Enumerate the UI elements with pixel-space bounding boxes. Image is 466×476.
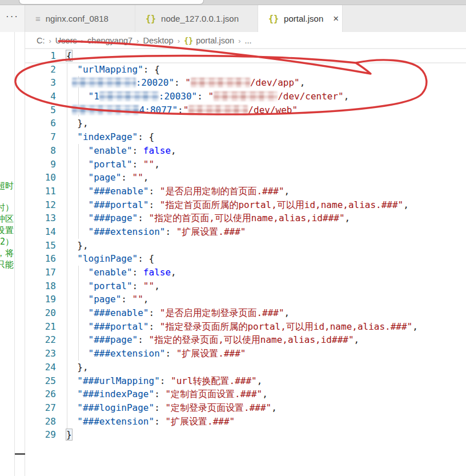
list-icon: ≡: [35, 14, 41, 23]
line-number: 16: [25, 252, 66, 266]
comment-fragment: 接超时: [0, 180, 14, 191]
code-line-29[interactable]: 29}: [25, 428, 466, 442]
code-line-1[interactable]: 1{: [25, 49, 466, 63]
code-text: "portal": "",: [66, 158, 466, 171]
comment-fragment: 缓冲区: [0, 213, 14, 225]
code-line-19[interactable]: 19 "page": "",: [25, 293, 466, 306]
code-line-13[interactable]: 13 "###page": "指定的首页面,可以使用name,alias,id#…: [25, 211, 466, 225]
breadcrumb-item-file[interactable]: portal.json: [196, 36, 234, 45]
line-number: 14: [25, 225, 66, 239]
code-line-16[interactable]: 16 "loginPage": {: [25, 252, 466, 266]
code-line-18[interactable]: 18 "portal": "",: [25, 279, 466, 293]
line-number: 8: [25, 144, 66, 158]
code-line-26[interactable]: 26 "###indexPage": "定制首页面设置.###",: [25, 387, 466, 401]
redacted-address: [99, 91, 159, 101]
code-text: "###extension": "扩展设置.###": [66, 415, 466, 429]
code-text: "urlMapping": {: [66, 63, 466, 77]
code-line-22[interactable]: 22 "###page": "指定的登录页面,可以使用name,alias,id…: [25, 333, 466, 347]
code-line-21[interactable]: 21 "###portal": "指定登录页面所属的portal,可以用id,n…: [25, 320, 466, 334]
code-line-28[interactable]: 28 "###extension": "扩展设置.###": [25, 415, 466, 429]
code-line-15[interactable]: 15 },: [25, 239, 466, 253]
code-text: },: [66, 361, 466, 374]
tab-node_127.0.0.1.json[interactable]: {}node_127.0.0.1.json: [135, 5, 258, 32]
breadcrumb-item-chengyang7[interactable]: chengyang7: [87, 36, 132, 45]
line-number: 5: [25, 103, 66, 117]
code-line-10[interactable]: 10 "page": "",: [25, 171, 466, 185]
scrollbar-thumb[interactable]: [15, 453, 25, 455]
tab-portal.json[interactable]: {}portal.json×: [258, 5, 343, 32]
line-number: 27: [25, 401, 66, 415]
code-line-5[interactable]: 5 4:8077":"/dev/web": [25, 103, 466, 117]
code-line-24[interactable]: 24 },: [25, 361, 466, 374]
chevron-right-icon: ›: [238, 37, 240, 45]
code-text: "###loginPage": "定制登录页面设置.###",: [66, 401, 466, 415]
code-line-11[interactable]: 11 "###enable": "是否启用定制的首页面.###",: [25, 185, 466, 198]
code-text: "###enable": "是否启用定制登录页面.###",: [66, 306, 466, 320]
code-line-12[interactable]: 12 "###portal": "指定首页面所属的portal,可以用id,na…: [25, 198, 466, 212]
code-line-23[interactable]: 23 "###extension": "扩展设置.###": [25, 347, 466, 361]
breadcrumb-item-C[interactable]: C:: [37, 36, 45, 45]
comment-fragment: 值，将: [0, 247, 14, 259]
code-line-4[interactable]: 4 "1:20030": "/dev/center",: [25, 90, 466, 103]
code-text: }: [66, 428, 466, 442]
breadcrumb-symbol-path[interactable]: ...: [244, 36, 251, 45]
quick-input-remnant: [19, 0, 204, 5]
code-line-6[interactable]: 6 },: [25, 117, 466, 130]
code-text: "loginPage": {: [66, 252, 466, 266]
breadcrumb-item-Desktop[interactable]: Desktop: [143, 36, 173, 45]
code-text: :20020": "/dev/app",: [66, 76, 466, 90]
tab-label: nginx.conf_0818: [46, 14, 109, 23]
line-number: 9: [25, 158, 66, 171]
left-editor-pane-fragment[interactable]: 接超时时）缓冲区设置*2）值，将（只能: [0, 32, 15, 476]
line-number: 3: [25, 76, 66, 90]
tab-label: portal.json: [284, 14, 323, 23]
code-line-9[interactable]: 9 "portal": "",: [25, 158, 466, 171]
code-line-25[interactable]: 25 "###urlMapping": "url转换配置.###",: [25, 374, 466, 388]
code-line-27[interactable]: 27 "###loginPage": "定制登录页面设置.###",: [25, 401, 466, 415]
comment-fragment: 时）: [0, 202, 14, 213]
line-number: 6: [25, 117, 66, 130]
line-number: 26: [25, 387, 66, 401]
redacted-address: [72, 105, 139, 115]
line-number: 12: [25, 198, 66, 212]
breadcrumb: C:›Users›chengyang7›Desktop›{}portal.jso…: [25, 32, 466, 49]
line-number: 18: [25, 279, 66, 293]
chevron-right-icon: ›: [81, 37, 83, 45]
left-pane-scrollbar-column[interactable]: [15, 32, 25, 476]
line-number: 11: [25, 185, 66, 198]
redacted-url: [188, 105, 248, 115]
json-icon: {}: [146, 14, 156, 24]
code-text: "###page": "指定的登录页面,可以使用name,alias,id###…: [66, 333, 466, 347]
code-text: "###extension": "扩展设置.###": [66, 225, 466, 239]
line-number: 25: [25, 374, 66, 388]
code-text: },: [66, 117, 466, 130]
code-line-14[interactable]: 14 "###extension": "扩展设置.###": [25, 225, 466, 239]
line-number: 22: [25, 333, 66, 347]
code-text: "page": "",: [66, 171, 466, 185]
vscode-window: ··· ≡nginx.conf_0818{}node_127.0.0.1.jso…: [0, 0, 466, 476]
code-editor[interactable]: 1{2 "urlMapping": {3 :20020": "/dev/app"…: [25, 49, 466, 476]
chevron-right-icon: ›: [49, 37, 51, 45]
code-text: },: [66, 239, 466, 253]
code-line-8[interactable]: 8 "enable": false,: [25, 144, 466, 158]
redacted-url: [214, 91, 278, 101]
code-text: "portal": "",: [66, 279, 466, 293]
code-line-2[interactable]: 2 "urlMapping": {: [25, 63, 466, 77]
redacted-address: [72, 78, 136, 87]
code-line-3[interactable]: 3 :20020": "/dev/app",: [25, 76, 466, 90]
close-icon[interactable]: ×: [332, 13, 340, 25]
breadcrumb-item-Users[interactable]: Users: [55, 36, 77, 45]
line-number: 24: [25, 361, 66, 374]
tab-overflow-button[interactable]: ···: [0, 5, 25, 32]
line-number: 20: [25, 306, 66, 320]
code-line-17[interactable]: 17 "enable": false,: [25, 266, 466, 279]
line-number: 23: [25, 347, 66, 361]
line-number: 21: [25, 320, 66, 334]
line-number: 19: [25, 293, 66, 306]
code-text: "enable": false,: [66, 144, 466, 158]
tab-label: node_127.0.0.1.json: [161, 14, 239, 23]
chevron-right-icon: ›: [178, 37, 180, 45]
code-line-20[interactable]: 20 "###enable": "是否启用定制登录页面.###",: [25, 306, 466, 320]
code-line-7[interactable]: 7 "indexPage": {: [25, 130, 466, 144]
tab-nginx.conf_0818[interactable]: ≡nginx.conf_0818: [25, 5, 135, 32]
